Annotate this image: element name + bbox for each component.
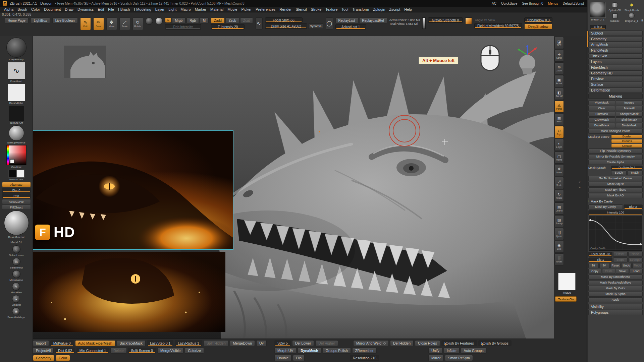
document-thumbnail[interactable] <box>64 46 106 78</box>
morph-uv[interactable]: Morph UV <box>274 348 296 354</box>
set-dir-button[interactable]: SetDir <box>611 170 627 175</box>
shelf-move[interactable]: ✥Move <box>554 164 564 176</box>
section-nanomesh[interactable]: NanoMesh <box>588 48 643 53</box>
menu-macro[interactable]: Macro <box>178 7 193 11</box>
resolution-216[interactable]: Resolution 216 <box>350 355 379 361</box>
midvalue-0[interactable]: MidValue 0 <box>50 340 74 346</box>
draft-angle-slider[interactable]: DraftAngle 2 <box>611 166 643 170</box>
menu-dynamics[interactable]: Dynamics <box>75 7 96 11</box>
shelf-actual[interactable]: ▣Actual <box>554 75 564 87</box>
left-slot-brushalpha[interactable]: BrushAlpha <box>8 84 25 105</box>
feature-border[interactable]: Border <box>611 134 643 138</box>
stroke-preview-icon[interactable] <box>146 17 153 25</box>
del-higher[interactable]: Del Higher <box>315 340 338 346</box>
panel-scrollbar[interactable] <box>587 0 588 362</box>
mask-by-alpha[interactable]: Mask By Alpha <box>588 292 643 297</box>
menu-layer[interactable]: Layer <box>153 7 167 11</box>
menu-edit[interactable]: Edit <box>96 7 106 11</box>
gravity-strength-slider[interactable]: Gravity Strength 0 <box>428 17 463 23</box>
focal-shift-90[interactable]: Focal Shift -90 <box>588 252 612 257</box>
reference-image-smaug-1[interactable]: F HD <box>33 130 233 250</box>
left-alternate[interactable]: Alternate <box>2 182 31 187</box>
texture-on-button[interactable]: Texture On <box>555 296 577 302</box>
menu-stencil[interactable]: Stencil <box>293 7 309 11</box>
shelf-persp[interactable]: ⟁Persp <box>554 101 564 113</box>
mask-by-cavity[interactable]: Mask By Cavity <box>588 204 623 209</box>
mask-by-ao[interactable]: Mask By AO <box>588 193 643 198</box>
menu-alpha[interactable]: Alpha <box>2 7 15 11</box>
shelf-scale[interactable]: ⤢Scale <box>554 177 564 189</box>
smart-resym[interactable]: Smart ReSym <box>445 355 473 361</box>
undo[interactable]: Undo <box>621 263 632 268</box>
mask-by-color[interactable]: Mask By Color <box>588 286 643 291</box>
menu-texture[interactable]: Texture <box>323 7 339 11</box>
current-tool-thumbnail[interactable]: Dragon-2_1 <box>590 2 606 22</box>
left-slot-selectrect[interactable]: ▭SelectRect <box>10 258 23 269</box>
del-lower[interactable]: Del Lower <box>292 340 314 346</box>
sculpt-viewport[interactable]: F HD Alt + Mouse left <box>33 36 554 339</box>
spix-slider[interactable]: SPix 3 <box>590 25 606 29</box>
lazystep-0-1[interactable]: LazyStep 0.1 <box>147 340 173 346</box>
apply[interactable]: Apply <box>588 297 643 302</box>
shelf-rxyz[interactable]: ⊙Rxyz <box>554 126 564 138</box>
gravity-direction-widget[interactable] <box>422 17 426 29</box>
menu-help[interactable]: Help <box>402 7 414 11</box>
left-slot-switchcolor[interactable]: SwitchColor <box>8 170 24 181</box>
paste[interactable]: Paste <box>602 269 615 274</box>
replay-last-rel-button[interactable]: ReplayLastRel <box>359 17 387 23</box>
menu-document[interactable]: Document <box>42 7 63 11</box>
section-polygroups[interactable]: Polygroups <box>588 310 643 315</box>
home-page-button[interactable]: Home Page <box>5 17 29 23</box>
menu-i-brush[interactable]: I-Brush <box>116 7 132 11</box>
section-layers[interactable]: Layers <box>588 59 643 64</box>
left-slot-texture-off[interactable]: Texture Off <box>9 106 24 124</box>
z-intensity-slider[interactable]: Z Intensity 20 <box>211 24 245 29</box>
inv-dir-button[interactable]: InvDir <box>627 170 643 175</box>
adjust-last-slider[interactable]: AdjustLast 1 <box>335 24 366 29</box>
left-slot-claybuildup[interactable]: ClayBuildup <box>6 38 26 61</box>
m-button[interactable]: M <box>200 17 209 23</box>
del-hidden[interactable]: Del Hidden <box>390 340 414 346</box>
rgb-button[interactable]: Rgb <box>186 17 199 23</box>
shelf-ghost[interactable]: ░Ghost <box>554 253 564 265</box>
save[interactable]: Save <box>616 269 629 274</box>
menu-zscript[interactable]: Zscript <box>387 7 402 11</box>
double[interactable]: Double <box>274 355 291 361</box>
unify[interactable]: Unify <box>428 348 442 354</box>
menu-tool[interactable]: Tool <box>339 7 350 11</box>
go-to-unmasked-center[interactable]: Go To Unmasked Center <box>588 176 643 181</box>
sdiv-5[interactable]: SDiv 5 <box>274 340 291 346</box>
left-slot-startupmaterial[interactable]: StartupMaterial <box>7 125 25 144</box>
tile-1[interactable]: Tile 1 <box>588 257 612 262</box>
section-arraymesh[interactable]: ArrayMesh <box>588 42 643 47</box>
shelf-transp[interactable]: ▨Transp <box>554 215 564 227</box>
blurmask[interactable]: BlurMask <box>588 112 615 117</box>
boostmask[interactable]: BoostMask <box>588 123 615 128</box>
section-deformation[interactable]: Deformation <box>588 87 643 93</box>
left-slot-basicmaterial[interactable]: BasicMaterial <box>4 210 29 239</box>
noise[interactable]: Noise <box>628 252 643 257</box>
gradient-swatch-icon[interactable] <box>465 17 472 24</box>
left-rf-0[interactable]: Rf 0 <box>2 193 31 198</box>
tool-slot-cube3d[interactable]: Cube3D <box>607 12 622 22</box>
menu-movie[interactable]: Movie <box>225 7 239 11</box>
strength[interactable]: Strength <box>628 257 643 262</box>
menu-color[interactable]: Color <box>29 7 42 11</box>
shelf-l-sym[interactable]: ◐L.Sym <box>554 139 564 151</box>
zadd-button[interactable]: Zadd <box>211 17 225 23</box>
dist-0-02[interactable]: Dist 0.02 <box>55 348 75 354</box>
rotate-mode-button[interactable]: ↻ Rotate <box>132 17 143 30</box>
masking-section-header[interactable]: Masking <box>588 94 643 99</box>
left-fillobject[interactable]: FillObject <box>2 205 31 210</box>
live-boolean-button[interactable]: Live Boolean <box>52 17 78 23</box>
tool-slot-cylinder3d[interactable]: Cylinder3D <box>607 2 622 12</box>
feature-groups[interactable]: Groups <box>611 139 643 143</box>
zsub-button[interactable]: Zsub <box>226 17 239 23</box>
section-geometry[interactable]: Geometry <box>588 36 643 42</box>
zremesher[interactable]: ZRemesher <box>352 348 377 354</box>
mirror[interactable]: Mirror <box>428 355 443 361</box>
section-surface[interactable]: Surface <box>588 82 643 87</box>
menu-preferences[interactable]: Preferences <box>254 7 277 11</box>
titlebar-ac[interactable]: AC <box>492 2 496 5</box>
flip[interactable]: Flip <box>293 355 305 361</box>
